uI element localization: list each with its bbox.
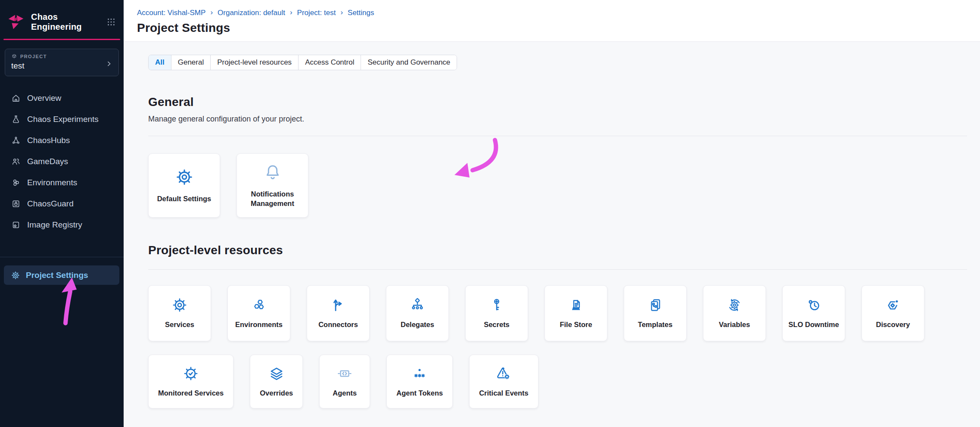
card-label: Agents — [333, 388, 357, 398]
sidebar-item-label: ChaosHubs — [27, 136, 70, 145]
warning-gear-icon — [495, 365, 512, 382]
chevron-right-icon — [106, 60, 112, 67]
fork-arrow-icon — [330, 297, 346, 313]
card-overrides[interactable]: Overrides — [250, 355, 303, 408]
harness-logo-icon — [7, 13, 25, 31]
card-label: Secrets — [484, 320, 510, 329]
gear-icon — [175, 168, 194, 187]
asterisks-icon — [411, 365, 428, 382]
breadcrumb-organization[interactable]: Organization: default — [218, 9, 285, 17]
card-secrets[interactable]: Secrets — [465, 285, 528, 341]
card-label: Discovery — [876, 320, 910, 329]
card-critical-events[interactable]: Critical Events — [469, 355, 538, 408]
hierarchy-icon — [409, 297, 426, 313]
breadcrumb-settings[interactable]: Settings — [348, 9, 374, 17]
sidebar-item-chaos-experiments[interactable]: Chaos Experiments — [0, 109, 124, 130]
tab-group: All General Project-level resources Acce… — [148, 55, 457, 70]
sidebar-item-label: Environments — [27, 178, 77, 187]
card-label: Services — [165, 320, 194, 329]
sidebar-nav: Overview Chaos Experiments ChaosHubs Gam… — [0, 87, 124, 235]
registry-icon — [11, 220, 21, 230]
card-services[interactable]: Services — [148, 285, 211, 341]
sidebar-item-chaoshubs[interactable]: ChaosHubs — [0, 130, 124, 151]
card-label: Critical Events — [479, 388, 529, 398]
gear-icon — [11, 271, 20, 280]
card-environments[interactable]: Environments — [227, 285, 290, 341]
breadcrumb-separator-icon: › — [290, 8, 292, 17]
card-variables[interactable]: Variables — [703, 285, 766, 341]
sidebar-item-environments[interactable]: Environments — [0, 172, 124, 193]
project-selector[interactable]: PROJECT test — [5, 49, 119, 76]
section-title-general: General — [148, 95, 967, 109]
resources-row-1: Services Environments Connectors Delegat… — [148, 285, 967, 341]
sidebar: Chaos Engineering PROJECT test Overview … — [0, 0, 124, 427]
hexagons-icon — [251, 297, 267, 313]
page-header: Account: Vishal-SMP › Organization: defa… — [124, 0, 980, 42]
card-default-settings[interactable]: Default Settings — [148, 153, 220, 218]
card-monitored-services[interactable]: Monitored Services — [148, 355, 233, 408]
grid-icon[interactable] — [106, 17, 116, 27]
card-label: Agent Tokens — [396, 388, 443, 398]
sidebar-item-image-registry[interactable]: Image Registry — [0, 214, 124, 235]
card-label: Default Settings — [157, 194, 212, 203]
tab-project-level-resources[interactable]: Project-level resources — [210, 55, 298, 70]
tab-security-and-governance[interactable]: Security and Governance — [361, 55, 457, 70]
sidebar-item-gamedays[interactable]: GameDays — [0, 151, 124, 172]
project-selector-label: PROJECT — [20, 54, 47, 59]
card-label: Connectors — [318, 320, 358, 329]
gear-icon — [171, 297, 188, 313]
lock-icon — [11, 199, 21, 209]
breadcrumb-separator-icon: › — [340, 8, 343, 17]
templates-icon — [647, 297, 663, 313]
card-agents[interactable]: Agents — [319, 355, 370, 408]
card-delegates[interactable]: Delegates — [386, 285, 449, 341]
card-discovery[interactable]: Discovery — [862, 285, 924, 341]
sidebar-divider — [0, 257, 124, 257]
sidebar-item-chaosguard[interactable]: ChaosGuard — [0, 193, 124, 214]
gear-sync-icon — [726, 297, 743, 313]
breadcrumb-separator-icon: › — [210, 8, 213, 17]
card-label: Templates — [638, 320, 672, 329]
settings-content: All General Project-level resources Acce… — [124, 42, 980, 408]
page-title: Project Settings — [137, 21, 967, 35]
section-title-project-level-resources: Project-level resources — [148, 243, 967, 257]
sidebar-item-label: Overview — [27, 94, 61, 103]
card-label: SLO Downtime — [788, 320, 839, 329]
project-name: test — [11, 61, 112, 71]
layers-icon — [268, 365, 285, 382]
card-label: Overrides — [260, 388, 293, 398]
main-content: Account: Vishal-SMP › Organization: defa… — [124, 0, 980, 427]
section-divider — [148, 136, 967, 136]
card-connectors[interactable]: Connectors — [307, 285, 370, 341]
card-label: Delegates — [401, 320, 434, 329]
sidebar-item-label: Chaos Experiments — [27, 115, 99, 124]
section-description-general: Manage general configuration of your pro… — [148, 115, 967, 124]
sidebar-item-project-settings[interactable]: Project Settings — [4, 265, 119, 285]
brand-underline — [3, 39, 120, 40]
general-cards-row: Default Settings Notifications Managemen… — [148, 153, 967, 218]
breadcrumb-project[interactable]: Project: test — [297, 9, 336, 17]
card-slo-downtime[interactable]: SLO Downtime — [782, 285, 845, 341]
sidebar-item-label: GameDays — [27, 157, 68, 166]
tab-all[interactable]: All — [149, 55, 171, 70]
resources-row-2: Monitored Services Overrides Agents Agen… — [148, 355, 967, 408]
key-icon — [488, 297, 505, 313]
app-root: { "app": { "title": "Chaos Engineering",… — [0, 0, 980, 427]
people-icon — [11, 157, 21, 166]
card-agent-tokens[interactable]: Agent Tokens — [386, 355, 453, 408]
card-templates[interactable]: Templates — [624, 285, 687, 341]
tab-general[interactable]: General — [171, 55, 210, 70]
tab-access-control[interactable]: Access Control — [298, 55, 361, 70]
card-file-store[interactable]: File Store — [544, 285, 607, 341]
sidebar-item-overview[interactable]: Overview — [0, 87, 124, 109]
brand-row: Chaos Engineering — [0, 0, 124, 34]
app-title: Chaos Engineering — [31, 12, 106, 32]
bell-icon — [263, 163, 282, 182]
gear-check-icon — [183, 365, 199, 382]
flask-icon — [11, 115, 21, 124]
clock-icon — [806, 297, 822, 313]
card-notifications-management[interactable]: Notifications Management — [236, 153, 308, 218]
breadcrumb-account[interactable]: Account: Vishal-SMP — [137, 9, 205, 17]
molecule-icon — [11, 136, 21, 145]
code-brackets-icon — [336, 365, 353, 382]
